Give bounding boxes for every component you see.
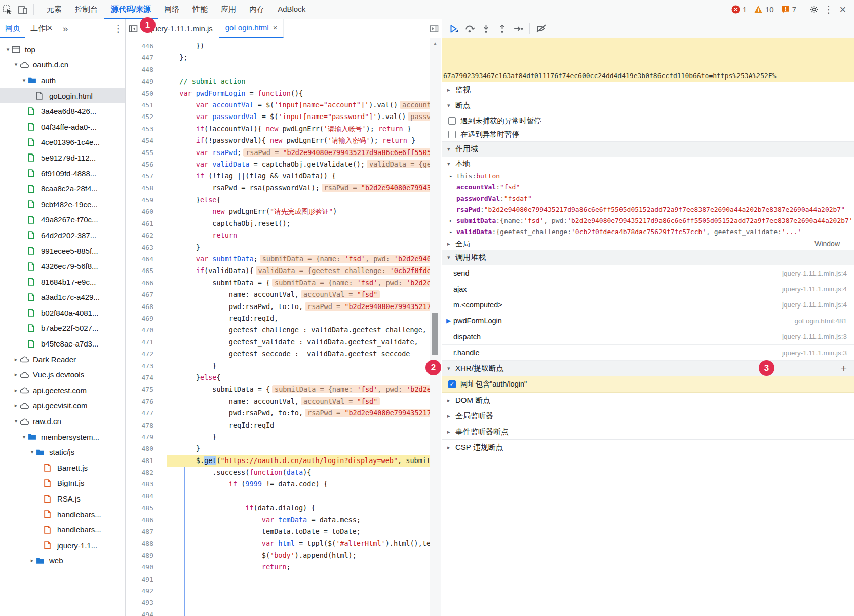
scope-variable-row[interactable]: ▸submitData: {name: 'fsd', pwd: 'b2d2e94… <box>442 215 854 226</box>
scope-global-header[interactable]: ▸ 全局 Window <box>442 237 854 250</box>
tab-memory[interactable]: 内存 <box>243 0 271 19</box>
line-number[interactable]: 480 <box>126 443 167 454</box>
tree-item[interactable]: 81684b17-e9c... <box>0 274 125 290</box>
call-stack-frame[interactable]: ▶pwdFormLogingoLogin.html:481 <box>442 313 854 329</box>
tab-elements[interactable]: 元素 <box>40 0 68 19</box>
line-number[interactable]: 479 <box>126 431 167 443</box>
tree-item[interactable]: ▸Dark Reader <box>0 352 125 367</box>
call-stack-frame[interactable]: sendjquery-1.11.1.min.js:4 <box>442 265 854 281</box>
collapse-icon[interactable]: ▾ <box>20 77 28 84</box>
line-number[interactable]: 486 <box>126 514 167 526</box>
line-number[interactable]: 468 <box>126 301 167 313</box>
tree-item[interactable]: ▾top <box>0 42 125 57</box>
resume-icon[interactable] <box>445 21 461 36</box>
tab-application[interactable]: 应用 <box>214 0 243 19</box>
line-number[interactable]: 476 <box>126 396 167 407</box>
tab-network[interactable]: 网络 <box>158 0 186 19</box>
step-over-icon[interactable] <box>461 21 478 36</box>
line-number[interactable]: 456 <box>126 159 167 170</box>
scope-variable-row[interactable]: accountVal: "fsd" <box>442 181 854 192</box>
tree-item[interactable]: b45fe8ae-a7d3... <box>0 336 125 352</box>
line-number[interactable]: 466 <box>126 277 167 289</box>
line-number[interactable]: 467 <box>126 289 167 300</box>
line-number[interactable]: 463 <box>126 242 167 253</box>
xhr-breakpoint-row[interactable]: ✓ 网址包含"auth/login" <box>442 376 854 393</box>
tree-item[interactable]: ▸api.geevisit.com <box>0 398 125 414</box>
line-number[interactable]: 450 <box>126 88 167 99</box>
line-number[interactable]: 494 <box>126 609 167 616</box>
tree-item[interactable]: 6f9109fd-4888... <box>0 166 125 181</box>
pause-on-uncaught-row[interactable]: 遇到未捕获的异常时暂停 <box>442 113 854 128</box>
step-into-icon[interactable] <box>478 21 494 36</box>
tree-item[interactable]: 5e91279d-112... <box>0 150 125 166</box>
line-number[interactable]: 448 <box>126 64 167 75</box>
section-dom-breakpoints[interactable]: ▸ DOM 断点 <box>442 393 854 408</box>
tree-item[interactable]: ▾raw.d.cn <box>0 413 125 429</box>
line-number[interactable]: 491 <box>126 573 167 585</box>
tree-item[interactable]: ▸api.geetest.com <box>0 382 125 398</box>
tree-item[interactable]: 4326ec79-56f8... <box>0 258 125 274</box>
line-number[interactable]: 475 <box>126 383 167 395</box>
scope-variable-row[interactable]: rsaPwd: "b2d2e94080e799435217d9a86c6e6ff… <box>442 204 854 215</box>
line-number[interactable]: 454 <box>126 135 167 146</box>
line-number[interactable]: 452 <box>126 111 167 123</box>
tab-console[interactable]: 控制台 <box>68 0 104 19</box>
call-stack-frame[interactable]: ajaxjquery-1.11.1.min.js:4 <box>442 281 854 297</box>
deactivate-breakpoints-icon[interactable] <box>533 21 549 36</box>
tab-page[interactable]: 网页 <box>0 19 25 38</box>
close-tab-icon[interactable]: × <box>273 19 278 37</box>
line-number[interactable]: 493 <box>126 597 167 608</box>
line-number[interactable]: 461 <box>126 218 167 229</box>
line-number[interactable]: 458 <box>126 182 167 194</box>
call-stack-frame[interactable]: r.handlejquery-1.11.1.min.js:3 <box>442 345 854 361</box>
expand-icon[interactable]: ▸ <box>12 402 20 409</box>
warning-count[interactable]: 10 <box>754 5 774 14</box>
section-event-listener-breakpoints[interactable]: ▸ 事件监听器断点 <box>442 424 854 440</box>
tree-item[interactable]: ▸web <box>0 553 125 569</box>
line-number[interactable]: 470 <box>126 324 167 336</box>
expand-icon[interactable]: ▸ <box>12 356 20 363</box>
section-xhr-breakpoints[interactable]: ▾ XHR/提取断点 + <box>442 361 854 376</box>
collapse-icon[interactable]: ▾ <box>20 434 28 440</box>
line-number[interactable]: 478 <box>126 419 167 431</box>
line-number[interactable]: 455 <box>126 147 167 159</box>
line-number[interactable]: 492 <box>126 585 167 597</box>
line-number[interactable]: 488 <box>126 537 167 549</box>
tree-item[interactable]: b7abe22f-5027... <box>0 321 125 336</box>
tree-item[interactable]: 991ecee5-885f... <box>0 243 125 259</box>
tree-item[interactable]: handlebars... <box>0 507 125 522</box>
tree-item[interactable]: goLogin.html <box>0 88 125 104</box>
add-xhr-breakpoint-icon[interactable]: + <box>841 363 847 373</box>
line-number[interactable]: 484 <box>126 490 167 502</box>
tree-item[interactable]: Barrett.js <box>0 460 125 476</box>
tree-item[interactable]: RSA.js <box>0 491 125 507</box>
line-number[interactable]: 469 <box>126 313 167 324</box>
tree-item[interactable]: 8caa8c2a-28f4... <box>0 181 125 197</box>
section-csp-breakpoints[interactable]: ▸ CSP 违规断点 <box>442 440 854 455</box>
tree-item[interactable]: 64d2d202-387... <box>0 227 125 243</box>
error-count[interactable]: 1 <box>731 5 747 14</box>
line-number[interactable]: 446 <box>126 40 167 52</box>
line-number[interactable]: 474 <box>126 372 167 383</box>
line-number[interactable]: 485 <box>126 502 167 514</box>
line-number[interactable]: 473 <box>126 360 167 372</box>
line-number[interactable]: 449 <box>126 75 167 87</box>
collapse-icon[interactable]: ▾ <box>12 418 20 425</box>
tree-item[interactable]: ▾membersystem... <box>0 429 125 445</box>
device-toolbar-icon[interactable] <box>15 2 30 17</box>
scope-variable-row[interactable]: passwordVal: "fsdaf" <box>442 192 854 204</box>
tree-item[interactable]: handlebars... <box>0 522 125 537</box>
tree-item[interactable]: BigInt.js <box>0 476 125 491</box>
call-stack-frame[interactable]: m.<computed>jquery-1.11.1.min.js:4 <box>442 297 854 313</box>
checkbox-unchecked[interactable] <box>448 131 456 138</box>
close-devtools-icon[interactable]: × <box>836 3 850 16</box>
line-number[interactable]: 477 <box>126 407 167 419</box>
line-number[interactable]: 447 <box>126 52 167 63</box>
more-tabs-icon[interactable]: » <box>58 23 72 34</box>
tree-item[interactable]: ▾oauth.d.cn <box>0 57 125 73</box>
collapse-icon[interactable]: ▾ <box>12 61 20 68</box>
line-number[interactable]: 483 <box>126 478 167 490</box>
tree-item[interactable]: ▾auth <box>0 72 125 88</box>
checkbox-unchecked[interactable] <box>448 117 456 125</box>
line-number[interactable]: 472 <box>126 348 167 360</box>
